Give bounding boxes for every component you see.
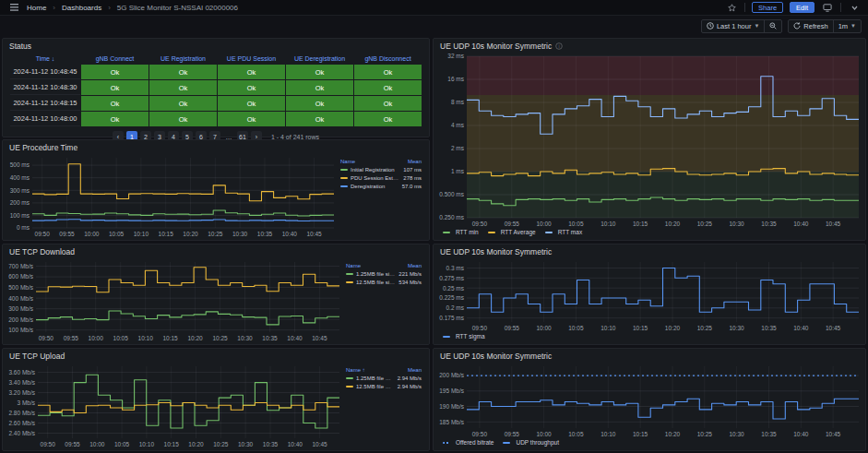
chart-ue-udp-rtt[interactable]: 0.250 ms0.500 ms1 ms2 ms4 ms8 ms16 ms32 … (435, 52, 863, 228)
breadcrumb-dashboards[interactable]: Dashboards (62, 4, 101, 12)
legend-item[interactable]: RTT max (545, 229, 583, 235)
svg-text:0.500 ms: 0.500 ms (439, 191, 464, 197)
chart-ue-tcp-download[interactable]: 100 Mb/s200 Mb/s300 Mb/s400 Mb/s500 Mb/s… (5, 257, 344, 342)
series-name: Deregistration (351, 184, 398, 189)
series-color-dash (340, 169, 348, 171)
table-row: 2024-11-12 10:48:15OkOkOkOkOk (10, 96, 422, 111)
tv-kiosk-icon[interactable] (821, 2, 834, 14)
svg-text:400 ms: 400 ms (10, 174, 30, 181)
refresh-controls-group: Refresh 1m ▼ (788, 19, 862, 33)
column-header[interactable]: gNB Connect (81, 53, 149, 65)
status-cell: Ok (286, 112, 353, 126)
star-icon[interactable] (725, 2, 738, 14)
series-color-dash (340, 185, 348, 187)
chart-ue-udp-sigma[interactable]: 0.175 ms0.2 ms0.225 ms0.25 ms0.275 ms0.3… (435, 257, 863, 332)
zoom-out-time-button[interactable] (765, 20, 781, 32)
series-color-dash (488, 232, 495, 233)
svg-text:3.40 Mb/s: 3.40 Mb/s (8, 379, 35, 386)
chevron-down-icon[interactable] (848, 2, 861, 14)
time-cell: 2024-11-12 10:48:15 (10, 96, 80, 111)
breadcrumb-home[interactable]: Home (27, 4, 46, 12)
svg-text:3.20 Mb/s: 3.20 Mb/s (8, 389, 35, 396)
svg-text:4 ms: 4 ms (451, 122, 465, 128)
series-mean-value: 107 ms (403, 167, 422, 173)
svg-text:10:10: 10:10 (139, 441, 155, 447)
series-color-dash (346, 273, 353, 275)
column-header-time[interactable]: Time ↓ (10, 53, 80, 65)
legend-item[interactable]: PDU Session Establishment278 ms (340, 175, 422, 181)
legend-item[interactable]: 12.5MB file size534 Mb/s (346, 280, 422, 285)
svg-text:100 Mb/s: 100 Mb/s (8, 327, 33, 333)
svg-text:10:15: 10:15 (633, 221, 648, 227)
svg-text:10:25: 10:25 (697, 221, 713, 227)
legend-item[interactable]: RTT Average (488, 229, 536, 235)
legend-item[interactable]: 12.5MB file size2.94 Mb/s (346, 384, 422, 389)
svg-text:10:05: 10:05 (109, 231, 125, 237)
legend-item[interactable]: RTT sigma (443, 333, 485, 340)
series-mean-value: 2.94 Mb/s (398, 384, 422, 389)
legend-item[interactable]: 1.25MB file size221 Mb/s (346, 271, 422, 277)
column-header[interactable]: UE Deregistration (286, 53, 353, 65)
svg-text:10:10: 10:10 (600, 221, 616, 227)
svg-text:09:55: 09:55 (59, 231, 75, 237)
status-cell: Ok (81, 112, 149, 126)
time-range-picker[interactable]: Last 1 hour ▼ (702, 20, 765, 32)
svg-text:0.175 ms: 0.175 ms (439, 315, 464, 321)
svg-text:200 ms: 200 ms (10, 199, 30, 206)
series-color-dash (346, 281, 353, 283)
svg-text:190 Mb/s: 190 Mb/s (439, 403, 464, 410)
refresh-interval-picker[interactable]: 1m ▼ (834, 20, 861, 32)
panel-status: Status Time ↓gNB ConnectUE RegistrationU… (2, 38, 430, 137)
svg-text:100 ms: 100 ms (10, 212, 30, 219)
chevron-down-icon: ▼ (754, 23, 759, 29)
legend-item[interactable]: UDP throughput (503, 439, 559, 446)
svg-text:10:10: 10:10 (600, 325, 616, 331)
svg-text:16 ms: 16 ms (447, 76, 464, 82)
svg-text:3.60 Mb/s: 3.60 Mb/s (8, 369, 35, 376)
series-name: RTT sigma (456, 333, 485, 340)
series-name: UDP throughput (516, 439, 559, 446)
legend-item[interactable]: Offered bitrate (443, 439, 493, 446)
svg-text:10:00: 10:00 (89, 335, 104, 341)
svg-text:700 Mb/s: 700 Mb/s (8, 263, 33, 269)
svg-text:0 ms: 0 ms (17, 224, 30, 231)
chart-ue-udp-throughput[interactable]: 185 Mb/s190 Mb/s195 Mb/s200 Mb/s09:5009:… (435, 362, 863, 438)
svg-text:10:20: 10:20 (183, 231, 198, 237)
legend-name-header[interactable]: Name (346, 263, 361, 268)
column-header[interactable]: gNB Disconnect (354, 53, 422, 65)
legend-name-header[interactable]: Name (340, 159, 355, 164)
legend-item[interactable]: RTT min (443, 229, 479, 235)
svg-text:500 Mb/s: 500 Mb/s (8, 284, 33, 291)
svg-text:10:10: 10:10 (600, 431, 616, 437)
edit-button[interactable]: Edit (790, 2, 814, 13)
svg-text:09:50: 09:50 (472, 221, 488, 227)
svg-text:10:30: 10:30 (237, 335, 253, 341)
column-header[interactable]: UE Registration (149, 53, 217, 65)
status-cell: Ok (354, 65, 422, 79)
legend-name-header[interactable]: Name ↑ (346, 367, 365, 373)
status-cell: Ok (149, 96, 217, 111)
column-header[interactable]: UE PDU Session (218, 53, 285, 65)
svg-text:10:00: 10:00 (536, 431, 552, 437)
svg-text:10:30: 10:30 (729, 325, 744, 331)
hamburger-menu-icon[interactable] (7, 2, 20, 14)
share-button[interactable]: Share (752, 2, 783, 13)
refresh-button[interactable]: Refresh (789, 20, 833, 32)
legend-mean-header[interactable]: Mean (408, 263, 422, 268)
svg-text:10:30: 10:30 (238, 441, 254, 447)
svg-text:10:00: 10:00 (84, 231, 100, 237)
legend-item[interactable]: 1.25MB file size2.94 Mb/s (346, 376, 422, 381)
svg-text:10:35: 10:35 (257, 231, 273, 237)
legend-item[interactable]: Initial Registration107 ms (340, 167, 422, 173)
legend-item[interactable]: Deregistration57.0 ms (340, 184, 422, 189)
svg-text:10:30: 10:30 (729, 431, 744, 437)
chart-svg: 0.250 ms0.500 ms1 ms2 ms4 ms8 ms16 ms32 … (435, 52, 863, 228)
panel-title: UE Procedure Time (3, 140, 429, 152)
legend-mean-header[interactable]: Mean (408, 367, 422, 373)
legend-mean-header[interactable]: Mean (408, 159, 422, 164)
chart-ue-tcp-upload[interactable]: 2.40 Mb/s2.60 Mb/s2.80 Mb/s3 Mb/s3.20 Mb… (5, 362, 344, 448)
svg-text:10:35: 10:35 (761, 325, 777, 331)
info-icon[interactable]: i (555, 42, 563, 50)
panel-ue-udp-throughput: UE UDP 10s Monitor Symmetric 185 Mb/s190… (433, 348, 866, 451)
chart-ue-procedure-time[interactable]: 0 ms100 ms200 ms300 ms400 ms500 ms09:500… (5, 153, 339, 238)
